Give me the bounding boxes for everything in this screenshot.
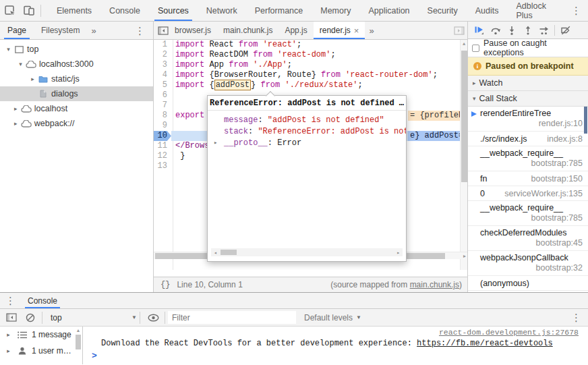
tab-audits[interactable]: Audits	[467, 0, 508, 21]
call-stack-frame-webpackjsonpcallback[interactable]: webpackJsonpCallbackbootstrap:32	[468, 251, 588, 276]
expander-closed-icon[interactable]: ▸	[4, 347, 13, 354]
step-button[interactable]	[536, 23, 552, 38]
clear-console-icon[interactable]	[22, 310, 39, 326]
context-selector[interactable]: top ▼	[51, 313, 137, 322]
toggle-console-sidebar-icon[interactable]	[3, 310, 20, 326]
call-stack-section-header[interactable]: ▾ Call Stack	[468, 91, 588, 107]
line-number[interactable]: 2	[154, 50, 171, 60]
expander-closed-icon[interactable]: ▸	[473, 80, 476, 86]
tab-network[interactable]: Network	[198, 0, 246, 21]
file-tab-app-js[interactable]: App.js	[278, 22, 313, 39]
call-stack-frame-webpack-require[interactable]: __webpack_require__bootstrap:785	[468, 201, 588, 226]
kebab-menu-icon[interactable]: ⋮	[564, 5, 588, 16]
tab-console[interactable]: Console	[100, 0, 149, 21]
call-stack-frame-anonymous[interactable]: (anonymous)	[468, 276, 588, 291]
line-number[interactable]: 4	[154, 70, 171, 80]
drawer-kebab-menu-icon[interactable]: ⋮	[0, 293, 16, 308]
file-tab-overflow-icon[interactable]: »	[365, 22, 378, 39]
console-filter-input[interactable]	[168, 311, 296, 324]
resume-button[interactable]	[471, 23, 487, 38]
tree-item-webpack[interactable]: ▸webpack://	[0, 116, 153, 131]
console-sidebar-item-1-user-m[interactable]: ▸1 user m…	[0, 343, 82, 359]
tree-item-localhost[interactable]: ▸localhost	[0, 101, 153, 116]
line-number[interactable]: 5	[154, 80, 171, 90]
call-stack-frame-0[interactable]: 0serviceWorker.js:135	[468, 186, 588, 201]
file-tab-browser-js[interactable]: browser.js	[169, 22, 217, 39]
scroll-right-icon[interactable]: ▸	[394, 248, 403, 258]
file-tab-main-chunk-js[interactable]: main.chunk.js	[217, 22, 278, 39]
devtools-link[interactable]: https://fb.me/react-devtools	[417, 339, 553, 348]
deactivate-breakpoints-button[interactable]	[558, 23, 573, 38]
popup-scrollbar-thumb[interactable]	[220, 250, 237, 255]
toggle-debugger-icon[interactable]	[454, 22, 465, 39]
device-toolbar-icon[interactable]	[20, 3, 38, 19]
call-stack-frame-src-index-js[interactable]: ./src/index.jsindex.js:8	[468, 132, 588, 146]
scroll-right-icon[interactable]: ▸	[463, 252, 466, 260]
expander-closed-icon[interactable]: ▸	[214, 138, 217, 149]
line-number[interactable]: 11	[154, 141, 171, 151]
editor-vscrollbar-thumb[interactable]	[461, 51, 467, 182]
navigator-tab-page[interactable]: Page	[0, 22, 34, 39]
paused-line-marker[interactable]: 10	[154, 131, 171, 141]
line-number[interactable]: 13	[154, 161, 171, 171]
tab-overflow-icon[interactable]: »	[87, 22, 100, 39]
tree-item-localhost-3000[interactable]: ▾localhost:3000	[0, 57, 153, 72]
tab-memory[interactable]: Memory	[312, 0, 359, 21]
tab-security[interactable]: Security	[419, 0, 467, 21]
expander-open-icon[interactable]: ▾	[473, 95, 476, 102]
step-over-button[interactable]	[488, 23, 503, 38]
highlighted-token-addpost[interactable]: addPost	[214, 80, 251, 90]
tree-item-dialogs[interactable]: dialogs	[0, 86, 153, 101]
toggle-navigator-icon[interactable]	[158, 22, 169, 39]
call-stack-frame-rerenderentiretree[interactable]: rerenderEntireTreerender.js:10	[468, 107, 588, 132]
message-source-link[interactable]: react-dom.development.js:27678	[439, 328, 579, 337]
scroll-up-icon[interactable]: ▲	[461, 40, 467, 48]
inspect-cursor-icon[interactable]	[1, 3, 19, 19]
expander-open-icon[interactable]: ▾	[4, 46, 13, 53]
console-sidebar-item-1-message[interactable]: ▸1 message	[0, 327, 82, 343]
line-number[interactable]: 9	[154, 121, 171, 131]
console-sidebar-scrollbar-thumb[interactable]	[76, 335, 81, 349]
pretty-print-icon[interactable]: {}	[160, 280, 170, 289]
line-number[interactable]: 3	[154, 60, 171, 70]
tab-elements[interactable]: Elements	[48, 0, 100, 21]
close-icon[interactable]: ×	[354, 26, 359, 36]
source-map-link[interactable]: main.chunk.js	[410, 280, 459, 289]
editor-vertical-scrollbar[interactable]: ▲	[460, 40, 467, 270]
tab-console[interactable]: Console	[25, 293, 60, 308]
call-stack-frame-fn[interactable]: fnbootstrap:150	[468, 171, 588, 186]
navigator-kebab-menu-icon[interactable]: ⋮	[128, 22, 152, 39]
navigator-tab-filesystem[interactable]: Filesystem	[34, 22, 87, 39]
popup-horizontal-scrollbar[interactable]: ◂ ▸	[211, 248, 403, 256]
call-stack-frame-checkdeferredmodules[interactable]: checkDeferredModulesbootstrap:45	[468, 226, 588, 251]
call-stack-frame-webpack-require[interactable]: __webpack_require__bootstrap:785	[468, 146, 588, 171]
error-object-popup[interactable]: ReferenceError: addPost is not defined ……	[207, 95, 407, 262]
step-into-button[interactable]	[504, 23, 519, 38]
line-number[interactable]: 7	[154, 101, 171, 111]
scroll-up-icon[interactable]: ▲	[75, 327, 82, 334]
expander-closed-icon[interactable]: ▸	[4, 331, 13, 338]
popup-prop-proto[interactable]: ▸__proto__: Error	[208, 138, 406, 149]
tab-performance[interactable]: Performance	[246, 0, 312, 21]
console-sidebar-scrollbar[interactable]: ▲	[75, 327, 82, 364]
tree-item-top[interactable]: ▾top	[0, 42, 153, 57]
expander-closed-icon[interactable]: ▸	[28, 76, 37, 82]
line-number[interactable]: 12	[154, 151, 171, 161]
tree-item-static-js[interactable]: ▸static/js	[0, 72, 153, 86]
log-levels-selector[interactable]: Default levels ▼	[304, 313, 361, 322]
scroll-left-icon[interactable]: ◂	[211, 248, 220, 258]
line-number[interactable]: 1	[154, 40, 171, 50]
pause-on-caught-exceptions-checkbox[interactable]	[472, 45, 479, 52]
expander-closed-icon[interactable]: ▸	[11, 105, 20, 112]
popup-prop-stack[interactable]: stack: "ReferenceError: addPost is not d…	[208, 126, 406, 138]
expander-closed-icon[interactable]: ▸	[11, 120, 20, 127]
debugger-scrollbar-thumb[interactable]	[584, 107, 587, 134]
tab-adblock-plus[interactable]: Adblock Plus	[507, 0, 564, 21]
console-kebab-menu-icon[interactable]: ⋮	[564, 312, 588, 322]
line-number[interactable]: 8	[154, 111, 171, 121]
live-expression-eye-icon[interactable]	[144, 310, 162, 326]
line-number[interactable]: 6	[154, 90, 171, 101]
console-prompt-icon[interactable]: >	[92, 351, 97, 361]
code-viewer[interactable]: 1import React from 'react';2import React…	[154, 40, 467, 270]
file-tab-render-js[interactable]: render.js×	[314, 22, 365, 39]
